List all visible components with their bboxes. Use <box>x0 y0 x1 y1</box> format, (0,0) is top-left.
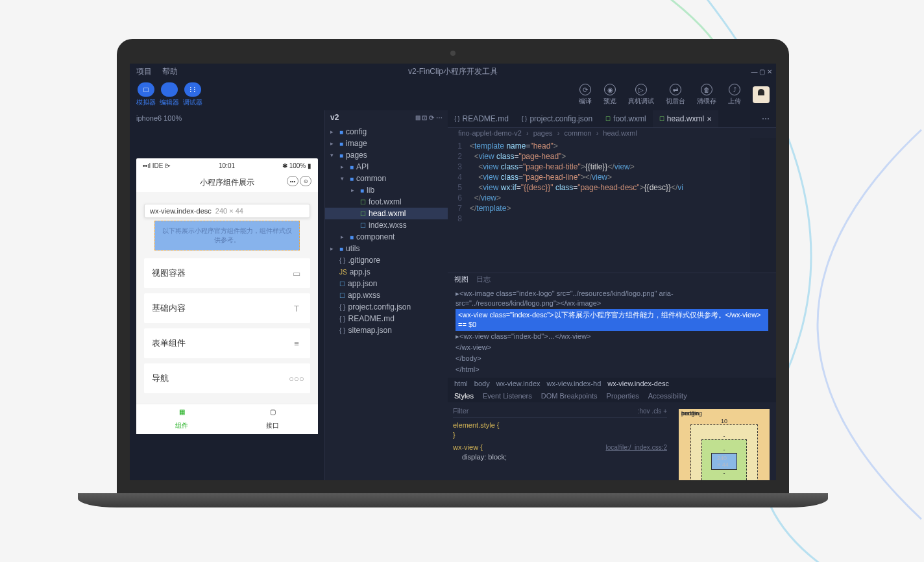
folder-icon: ■ <box>350 175 354 182</box>
simulator-panel: iphone6 100% ••ıl IDE ⩥ 10:01 ✱ 100% ▮ 小… <box>130 110 324 480</box>
status-signal: ••ıl IDE ⩥ <box>143 162 171 169</box>
avatar[interactable] <box>753 86 770 103</box>
folder-icon: ■ <box>350 234 354 241</box>
capsule-menu[interactable]: ••• <box>287 176 298 186</box>
tree-item-11[interactable]: { }.gitignore <box>325 254 448 266</box>
phone-tab-0[interactable]: ▦组件 <box>136 404 227 434</box>
tool-1[interactable]: 编辑器 <box>160 82 179 107</box>
crumb-1[interactable]: body <box>474 380 490 387</box>
box-model: margin10 border- padding- 240 × 44 - - - <box>672 402 776 480</box>
folder-icon: ■ <box>360 187 364 194</box>
action-1[interactable]: ◉预览 <box>603 84 616 106</box>
dt-tab2-1[interactable]: Event Listeners <box>483 392 532 400</box>
tree-item-13[interactable]: ☐app.json <box>325 278 448 289</box>
tool-2[interactable]: ⫶⫶调试器 <box>183 82 202 107</box>
tree-item-5[interactable]: ▸■lib <box>325 184 448 196</box>
crumb-4[interactable]: wx-view.index-desc <box>607 380 669 387</box>
file-icon: ☐ <box>360 222 366 229</box>
tree-item-7[interactable]: ☐head.wxml <box>325 208 448 219</box>
breadcrumb[interactable]: fino-applet-demo-v2 › pages › common › h… <box>448 128 776 138</box>
tree-item-3[interactable]: ▸■API <box>325 161 448 173</box>
menu-item-3[interactable]: 导航○○○ <box>144 363 310 393</box>
toolbar: □模拟器编辑器⫶⫶调试器 ⟳编译◉预览▷真机调试⇄切后台🗑清缓存⤴上传 <box>130 79 776 110</box>
editor-tab-1[interactable]: { }project.config.json <box>515 110 599 127</box>
tree-item-0[interactable]: ▸■config <box>325 126 448 138</box>
file-tree-panel: v2 ⊞ ⊡ ⟳ ⋯ ▸■config▸■image▾■pages▸■API▾■… <box>324 110 448 480</box>
menubar: 项目 帮助 v2-FinClip小程序开发工具 — ▢ ✕ <box>130 64 776 79</box>
tree-item-4[interactable]: ▾■common <box>325 173 448 184</box>
dt-tab2-4[interactable]: Accessibility <box>648 392 687 400</box>
minimap[interactable] <box>750 138 776 273</box>
tree-item-2[interactable]: ▾■pages <box>325 149 448 161</box>
tree-item-17[interactable]: { }sitemap.json <box>325 324 448 336</box>
editor-tab-2[interactable]: ☐foot.wxml <box>599 110 653 127</box>
tree-item-9[interactable]: ▸■component <box>325 231 448 243</box>
window-controls[interactable]: — ▢ ✕ <box>751 68 772 75</box>
tree-item-12[interactable]: JSapp.js <box>325 266 448 278</box>
tree-item-6[interactable]: ☐foot.wxml <box>325 196 448 208</box>
tabs-more[interactable]: ⋯ <box>755 110 776 127</box>
action-4[interactable]: 🗑清缓存 <box>697 84 716 106</box>
action-2[interactable]: ▷真机调试 <box>628 84 654 106</box>
tree-root[interactable]: v2 <box>330 113 339 122</box>
device-info: iphone6 100% <box>136 114 318 122</box>
menu-help[interactable]: 帮助 <box>162 66 178 77</box>
menu-project[interactable]: 项目 <box>136 66 152 77</box>
tree-item-10[interactable]: ▸■utils <box>325 243 448 254</box>
tree-item-15[interactable]: { }project.config.json <box>325 301 448 313</box>
tree-item-1[interactable]: ▸■image <box>325 138 448 149</box>
folder-icon: ■ <box>350 164 354 171</box>
menu-item-1[interactable]: 基础内容T <box>144 293 310 323</box>
status-battery: ✱ 100% ▮ <box>282 162 311 169</box>
phone-preview: ••ıl IDE ⩥ 10:01 ✱ 100% ▮ 小程序组件展示 ••• ⊙ <box>136 158 318 434</box>
dom-inspector[interactable]: ▸<wx-image class="index-logo" src="../re… <box>448 286 776 378</box>
ide-screen: 项目 帮助 v2-FinClip小程序开发工具 — ▢ ✕ □模拟器编辑器⫶⫶调… <box>130 64 776 480</box>
folder-icon: ■ <box>339 140 343 147</box>
editor-tab-3[interactable]: ☐head.wxml✕ <box>653 110 718 127</box>
tree-item-14[interactable]: ☐app.wxss <box>325 289 448 301</box>
menu-item-2[interactable]: 表单组件≡ <box>144 328 310 358</box>
editor-tab-0[interactable]: { }README.md <box>448 110 515 127</box>
tree-item-8[interactable]: ☐index.wxss <box>325 219 448 231</box>
dom-breadcrumb[interactable]: htmlbodywx-view.indexwx-view.index-hdwx-… <box>448 378 776 389</box>
crumb-3[interactable]: wx-view.index-hd <box>547 380 602 387</box>
app-title: 小程序组件展示 <box>200 177 254 188</box>
action-0[interactable]: ⟳编译 <box>579 84 592 106</box>
file-icon: ☐ <box>360 210 366 217</box>
tree-item-16[interactable]: { }README.md <box>325 313 448 324</box>
styles-filter-opts[interactable]: :hov .cls + <box>638 406 667 416</box>
tree-actions[interactable]: ⊞ ⊡ ⟳ ⋯ <box>415 114 443 121</box>
status-time: 10:01 <box>219 162 235 169</box>
file-icon: { } <box>339 315 345 323</box>
highlighted-element[interactable]: 以下将展示小程序官方组件能力，组件样式仅供参考。 <box>154 221 300 250</box>
phone-tab-1[interactable]: ▢接口 <box>227 404 318 434</box>
folder-icon: ■ <box>339 152 343 159</box>
tool-0[interactable]: □模拟器 <box>136 82 156 107</box>
styles-filter[interactable]: Filter <box>453 406 468 416</box>
menu-item-0[interactable]: 视图容器▭ <box>144 258 310 288</box>
file-icon: ☐ <box>339 280 345 287</box>
file-icon: { } <box>339 257 345 264</box>
dt-tab2-2[interactable]: DOM Breakpoints <box>541 392 598 400</box>
close-icon[interactable]: ✕ <box>707 116 712 123</box>
folder-icon: ■ <box>339 128 343 136</box>
crumb-0[interactable]: html <box>454 380 468 387</box>
editor-panel: { }README.md{ }project.config.json☐foot.… <box>448 110 776 480</box>
dt-tab2-0[interactable]: Styles <box>454 392 474 400</box>
action-3[interactable]: ⇄切后台 <box>666 84 685 106</box>
file-icon: { } <box>339 327 345 334</box>
folder-icon: ■ <box>339 245 343 252</box>
dt-tab-log[interactable]: 日志 <box>476 275 491 284</box>
styles-panel[interactable]: Filter :hov .cls + element.style {}</spa… <box>448 402 672 480</box>
file-icon: ☐ <box>360 199 366 206</box>
file-icon: { } <box>339 304 345 311</box>
laptop-frame: 项目 帮助 v2-FinClip小程序开发工具 — ▢ ✕ □模拟器编辑器⫶⫶调… <box>117 39 789 506</box>
dt-tab2-3[interactable]: Properties <box>607 392 639 400</box>
action-5[interactable]: ⤴上传 <box>728 84 741 106</box>
dt-tab-view[interactable]: 视图 <box>454 275 468 284</box>
crumb-2[interactable]: wx-view.index <box>496 380 541 387</box>
code-editor[interactable]: 1<template name="head">2 <view class="pa… <box>448 138 776 273</box>
window-title: v2-FinClip小程序开发工具 <box>408 66 498 77</box>
file-icon: JS <box>339 269 347 276</box>
capsule-close[interactable]: ⊙ <box>300 176 311 186</box>
